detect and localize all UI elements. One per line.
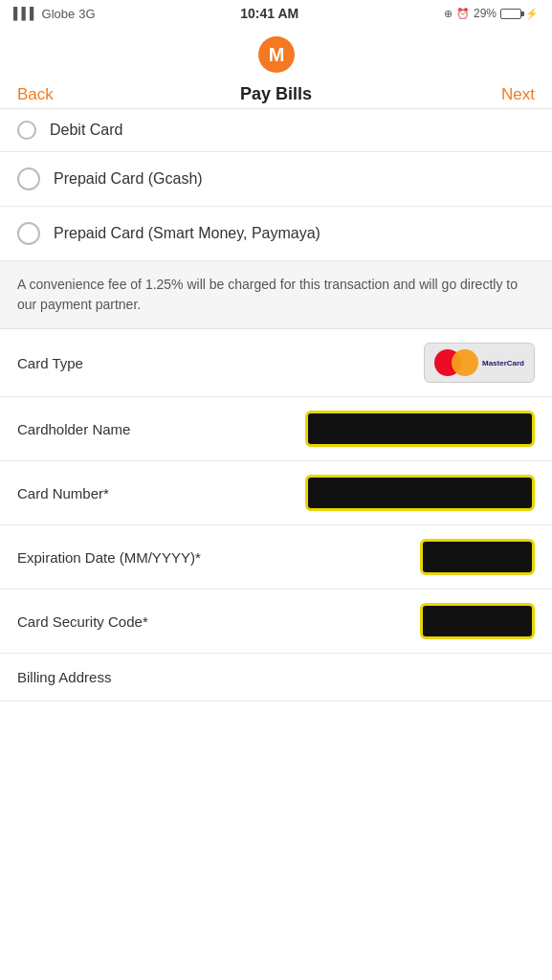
battery-icon: [500, 9, 521, 19]
battery-percent: 29%: [474, 7, 497, 20]
page-title: Pay Bills: [240, 84, 312, 104]
status-bar: ▌▌▌ Globe 3G 10:41 AM ⊕ ⏰ 29% ⚡: [0, 0, 552, 27]
card-type-label: Card Type: [17, 355, 83, 371]
billing-address-row: Billing Address: [0, 654, 552, 702]
charging-icon: ⚡: [525, 8, 539, 20]
back-button[interactable]: Back: [17, 85, 65, 104]
carrier-info: ▌▌▌ Globe 3G: [13, 7, 96, 21]
expiration-date-input[interactable]: [420, 539, 535, 575]
svg-text:M: M: [268, 44, 284, 65]
card-security-row: Card Security Code*: [0, 590, 552, 654]
payment-option-debit[interactable]: Debit Card: [0, 109, 552, 152]
radio-gcash[interactable]: [17, 167, 40, 190]
network-type: 3G: [78, 7, 95, 21]
billing-address-label: Billing Address: [17, 669, 111, 685]
mc-right-circle: [452, 349, 478, 376]
fee-notice-text: A convenience fee of 1.25% will be charg…: [17, 277, 518, 312]
next-button[interactable]: Next: [487, 85, 535, 104]
carrier-name: Globe: [42, 7, 76, 21]
alarm-icon: ⏰: [456, 8, 470, 20]
wifi-icon: ⊕: [444, 8, 453, 20]
smart-label: Prepaid Card (Smart Money, Paymaya): [54, 225, 320, 242]
card-number-input[interactable]: [305, 475, 535, 511]
card-form: Card Type MasterCard Cardholder Name Car…: [0, 329, 552, 654]
cardholder-name-input[interactable]: [305, 411, 535, 447]
nav-bar: Back Pay Bills Next: [0, 78, 552, 104]
radio-smart[interactable]: [17, 222, 40, 245]
cardholder-name-label: Cardholder Name: [17, 421, 130, 437]
mastercard-logo-wrapper: MasterCard: [424, 343, 535, 383]
payment-option-smart[interactable]: Prepaid Card (Smart Money, Paymaya): [0, 207, 552, 261]
mastercard-text: MasterCard: [482, 359, 524, 368]
status-icons: ⊕ ⏰ 29% ⚡: [444, 7, 539, 20]
debit-card-label: Debit Card: [50, 122, 122, 139]
card-number-label: Card Number*: [17, 485, 109, 501]
app-logo: M: [258, 36, 295, 73]
card-security-label: Card Security Code*: [17, 613, 148, 630]
card-type-row: Card Type MasterCard: [0, 329, 552, 397]
expiration-date-label: Expiration Date (MM/YYYY)*: [17, 549, 201, 566]
status-time: 10:41 AM: [240, 6, 298, 21]
card-security-input[interactable]: [420, 603, 535, 639]
cardholder-name-row: Cardholder Name: [0, 397, 552, 461]
fee-notice: A convenience fee of 1.25% will be charg…: [0, 261, 552, 329]
radio-debit[interactable]: [17, 121, 36, 140]
card-number-row: Card Number*: [0, 461, 552, 525]
payment-option-gcash[interactable]: Prepaid Card (Gcash): [0, 152, 552, 207]
gcash-label: Prepaid Card (Gcash): [54, 170, 203, 188]
signal-icon: ▌▌▌: [13, 7, 38, 20]
mastercard-icon: [434, 349, 478, 376]
expiration-date-row: Expiration Date (MM/YYYY)*: [0, 525, 552, 590]
app-header: M Back Pay Bills Next: [0, 27, 552, 109]
